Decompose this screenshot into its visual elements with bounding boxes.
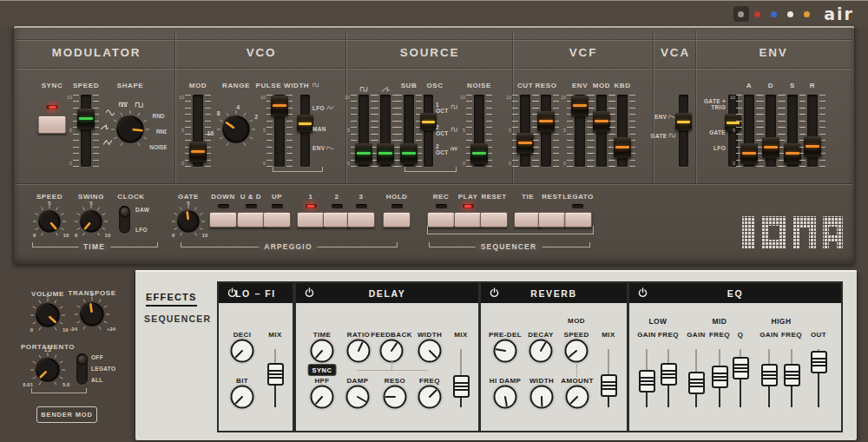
width-knob[interactable]	[527, 382, 556, 415]
slider-handle[interactable]	[355, 143, 372, 164]
button-label: DOWN	[211, 193, 234, 201]
switch-option-label: ENV	[312, 145, 334, 151]
tab-sequencer[interactable]: SEQUENCER	[144, 313, 211, 324]
source-slider-2[interactable]	[404, 95, 414, 167]
hpf-knob[interactable]	[307, 382, 337, 415]
reso-knob[interactable]	[380, 382, 410, 415]
module-lofi: LO – FIDECIBITMIX	[217, 281, 294, 432]
power-icon[interactable]	[637, 287, 648, 299]
eq-out-slider[interactable]	[811, 351, 827, 373]
slider-handle[interactable]	[614, 137, 631, 158]
noise-slider[interactable]	[474, 95, 484, 167]
damp-knob[interactable]	[343, 382, 372, 415]
slider-handle[interactable]	[784, 143, 801, 164]
modulator-speed-slider[interactable]	[81, 95, 91, 167]
power-icon[interactable]	[489, 287, 500, 299]
range-knob[interactable]: 16842	[203, 96, 269, 166]
eq-high-freq-slider[interactable]	[784, 364, 800, 386]
switch-handle[interactable]	[420, 113, 437, 130]
slider-value-line	[764, 146, 778, 148]
clock-toggle[interactable]	[119, 206, 130, 234]
led-area	[272, 201, 283, 212]
amount-knob[interactable]	[562, 382, 592, 415]
sync-button[interactable]	[38, 115, 67, 134]
arp-button-1[interactable]	[297, 212, 325, 228]
reverb-mix-slider[interactable]	[601, 374, 617, 397]
pw-mode-switch[interactable]	[300, 95, 310, 167]
arp-button-3[interactable]	[347, 212, 375, 228]
eq-out-label: OUT	[811, 331, 826, 339]
hi-damp-knob[interactable]	[490, 382, 520, 415]
slider-handle[interactable]	[593, 111, 610, 132]
env-d-slider[interactable]	[766, 95, 776, 167]
dot-gray[interactable]	[738, 11, 744, 17]
env-r-slider[interactable]	[807, 95, 818, 167]
slider-handle[interactable]	[571, 96, 589, 116]
arp-button-up[interactable]	[263, 212, 291, 228]
source-slider-0[interactable]	[358, 95, 369, 167]
env-a-slider[interactable]	[744, 95, 754, 167]
eq-mid-gain-slider[interactable]	[688, 372, 705, 394]
arp-button-down[interactable]	[209, 212, 237, 228]
scale-number: 5	[563, 128, 566, 133]
slider-handle[interactable]	[537, 111, 555, 132]
deci-knob[interactable]	[227, 336, 257, 369]
portamento-knob[interactable]: 0.011.25.0	[16, 339, 79, 405]
slider-handle[interactable]	[804, 136, 821, 157]
env-s-slider[interactable]	[787, 95, 798, 167]
arp-button-ud[interactable]	[237, 212, 265, 228]
slider-handle[interactable]	[516, 133, 534, 154]
slider-handle[interactable]	[377, 143, 394, 164]
lofi-mix-slider[interactable]	[267, 363, 284, 386]
switch-handle[interactable]	[297, 115, 313, 132]
dot-red[interactable]	[754, 11, 760, 17]
slider-handle[interactable]	[271, 96, 288, 116]
vcf-mod-slider[interactable]	[596, 95, 607, 167]
power-icon[interactable]	[304, 287, 315, 299]
scale-number: 0	[733, 161, 735, 166]
slider-handle[interactable]	[740, 143, 758, 164]
svg-text:5: 5	[46, 293, 49, 298]
pre-del-knob[interactable]	[490, 336, 520, 369]
scale-number: 5	[263, 128, 266, 133]
dot-white[interactable]	[787, 11, 793, 17]
vcf-cut-slider[interactable]	[520, 95, 530, 167]
svg-text:5: 5	[89, 201, 93, 206]
vcf-reso-slider[interactable]	[541, 95, 551, 167]
pulse-width-slider[interactable]	[274, 95, 285, 167]
bit-knob[interactable]	[227, 382, 257, 415]
power-icon[interactable]	[227, 287, 238, 299]
noise-label: NOISE	[467, 82, 491, 89]
ratio-knob[interactable]	[344, 336, 373, 369]
led-area	[332, 201, 343, 212]
slider-handle[interactable]	[470, 143, 488, 164]
bender-mod-button[interactable]: BENDER MOD	[36, 406, 97, 423]
clock-toggle-knob[interactable]	[121, 208, 129, 216]
vca-mode-switch[interactable]	[679, 95, 688, 167]
vcf-kbd-slider[interactable]	[617, 95, 628, 167]
width-knob[interactable]	[415, 336, 444, 369]
eq-low-freq-slider[interactable]	[661, 363, 677, 386]
eq-mid-q-slider[interactable]	[733, 357, 749, 379]
tab-effects[interactable]: EFFECTS	[146, 292, 197, 307]
shape-knob[interactable]: RND 1RND 2NOISE	[94, 93, 167, 169]
switch-handle[interactable]	[675, 113, 692, 130]
led-area	[391, 201, 403, 212]
slider-handle[interactable]	[77, 109, 95, 129]
vco-mod-slider[interactable]	[193, 95, 203, 167]
dot-orange[interactable]	[804, 11, 810, 17]
delay-mix-slider[interactable]	[453, 375, 470, 398]
decay-knob[interactable]	[526, 336, 556, 369]
porta-mode-toggle[interactable]	[76, 353, 88, 385]
svg-text:-24: -24	[69, 327, 77, 332]
freq-knob[interactable]	[415, 382, 444, 415]
arp-button-hold[interactable]	[383, 212, 411, 228]
dot-blue[interactable]	[771, 11, 777, 17]
slider-handle[interactable]	[400, 143, 418, 164]
osc-mode-switch[interactable]	[424, 95, 433, 167]
slider-value-line	[806, 145, 819, 148]
porta-mode-toggle-knob[interactable]	[78, 355, 87, 364]
vcf-env-slider[interactable]	[575, 95, 585, 167]
source-slider-1[interactable]	[380, 95, 391, 167]
slider-handle[interactable]	[762, 137, 779, 158]
